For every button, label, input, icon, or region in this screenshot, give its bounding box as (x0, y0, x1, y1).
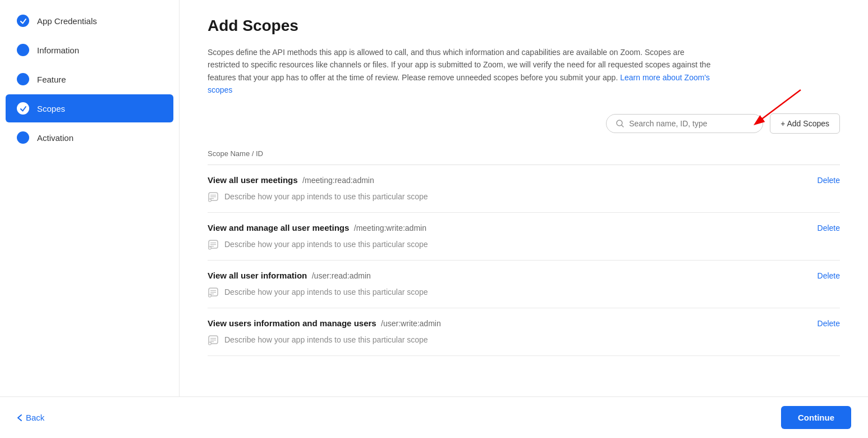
description-text: Scopes define the API methods this app i… (208, 46, 713, 97)
scope-row: View all user meetings /meeting:read:adm… (208, 165, 840, 213)
scope-name-0: View all user meetings (208, 175, 298, 185)
sidebar-dot-scopes (17, 102, 29, 115)
scope-row: View all user information /user:read:adm… (208, 261, 840, 308)
scope-row-top-2: View all user information /user:read:adm… (208, 271, 840, 281)
sidebar-dot-app-credentials (17, 15, 29, 27)
scope-row-top-1: View and manage all user meetings /meeti… (208, 223, 840, 233)
footer: Back Continue (0, 396, 868, 438)
scope-name-group-2: View all user information /user:read:adm… (208, 271, 371, 281)
scope-column-header: Scope Name / ID (208, 145, 840, 165)
delete-button-0[interactable]: Delete (818, 176, 840, 185)
scope-row-top-0: View all user meetings /meeting:read:adm… (208, 175, 840, 185)
scope-row: View users information and manage users … (208, 308, 840, 356)
sidebar-dot-activation (17, 131, 29, 144)
add-scopes-button[interactable]: + Add Scopes (770, 113, 840, 134)
scope-id-0: /meeting:read:admin (302, 176, 374, 185)
sidebar: App Credentials Information Feature (0, 0, 180, 396)
scope-name-group-1: View and manage all user meetings /meeti… (208, 223, 426, 233)
search-input[interactable] (629, 119, 754, 128)
sidebar-label-information: Information (37, 45, 79, 55)
continue-button[interactable]: Continue (781, 406, 851, 429)
scope-desc-row-2: ≡ Describe how your app intends to use t… (208, 286, 840, 298)
scope-id-2: /user:read:admin (312, 271, 371, 280)
scope-desc-row-0: ≡ Describe how your app intends to use t… (208, 191, 840, 202)
scope-desc-row-3: ≡ Describe how your app intends to use t… (208, 334, 840, 345)
toolbar: + Add Scopes (208, 113, 840, 134)
sidebar-label-feature: Feature (37, 75, 66, 84)
scope-desc-text-0: Describe how your app intends to use thi… (224, 192, 428, 201)
scope-desc-icon-2: ≡ (208, 286, 219, 298)
svg-point-1 (20, 76, 26, 82)
scope-id-1: /meeting:write:admin (354, 223, 426, 232)
sidebar-item-activation[interactable]: Activation (6, 124, 173, 152)
svg-text:≡: ≡ (209, 294, 210, 296)
scope-desc-text-2: Describe how your app intends to use thi… (224, 288, 428, 296)
sidebar-item-scopes[interactable]: Scopes (6, 94, 173, 122)
scope-name-2: View all user information (208, 271, 307, 280)
sidebar-item-app-credentials[interactable]: App Credentials (6, 7, 173, 35)
svg-point-2 (20, 135, 26, 140)
svg-point-0 (20, 47, 26, 53)
scope-name-group-0: View all user meetings /meeting:read:adm… (208, 175, 374, 185)
scope-desc-icon-1: ≡ (208, 239, 219, 250)
back-label: Back (26, 413, 44, 422)
sidebar-dot-information (17, 44, 29, 56)
delete-button-3[interactable]: Delete (818, 319, 840, 328)
sidebar-item-information[interactable]: Information (6, 36, 173, 64)
search-icon (616, 119, 624, 128)
scope-row: View and manage all user meetings /meeti… (208, 213, 840, 261)
scope-name-group-3: View users information and manage users … (208, 318, 441, 328)
svg-text:≡: ≡ (209, 199, 210, 201)
scope-desc-text-3: Describe how your app intends to use thi… (224, 335, 428, 344)
back-chevron-icon (17, 414, 22, 422)
back-button[interactable]: Back (17, 413, 44, 422)
sidebar-item-feature[interactable]: Feature (6, 65, 173, 93)
scope-desc-row-1: ≡ Describe how your app intends to use t… (208, 239, 840, 250)
scope-name-1: View and manage all user meetings (208, 223, 349, 232)
page-title: Add Scopes (208, 17, 840, 35)
scope-row-top-3: View users information and manage users … (208, 318, 840, 328)
delete-button-2[interactable]: Delete (818, 271, 840, 280)
scope-desc-icon-3: ≡ (208, 334, 219, 345)
sidebar-label-app-credentials: App Credentials (37, 16, 97, 26)
main-content: Add Scopes Scopes define the API methods… (180, 0, 868, 396)
svg-text:≡: ≡ (209, 342, 210, 344)
scope-id-3: /user:write:admin (381, 319, 441, 328)
delete-button-1[interactable]: Delete (818, 223, 840, 232)
scope-desc-text-1: Describe how your app intends to use thi… (224, 240, 428, 249)
sidebar-label-activation: Activation (37, 133, 74, 143)
sidebar-dot-feature (17, 73, 29, 85)
scope-table: Scope Name / ID View all user meetings /… (208, 145, 840, 356)
svg-line-4 (622, 125, 624, 127)
sidebar-label-scopes: Scopes (37, 104, 65, 113)
svg-text:≡: ≡ (209, 247, 210, 249)
scope-name-3: View users information and manage users (208, 318, 376, 328)
scope-desc-icon-0: ≡ (208, 191, 219, 202)
search-box (606, 114, 763, 133)
